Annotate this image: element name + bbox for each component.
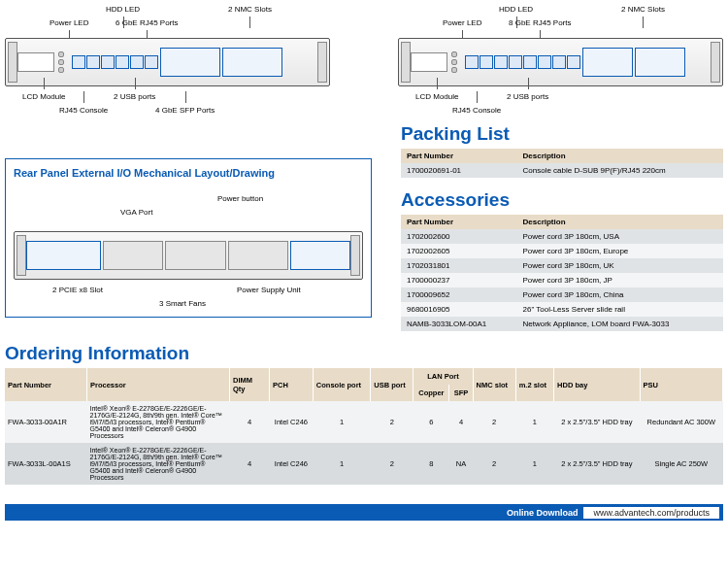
label-usb: 2 USB ports [507, 92, 548, 101]
table-row: FWA-3033L-00A1SIntel® Xeon® E-2278GE/E-2… [5, 443, 723, 485]
label-power-led: Power LED [443, 18, 481, 27]
label-rj45-ports: 8 GbE RJ45 Ports [509, 18, 571, 27]
label-power-led: Power LED [50, 18, 88, 27]
footer-label: Online Download [507, 508, 579, 518]
label-nmc-slots: 2 NMC Slots [228, 5, 272, 14]
front-panel-b: Power LED HDD LED 8 GbE RJ45 Ports 2 NMC… [398, 5, 723, 119]
label-fans: 3 Smart Fans [159, 299, 206, 308]
front-panel-a: Power LED HDD LED 6 GbE RJ45 Ports 2 NMC… [5, 5, 330, 119]
packing-title: Packing List [401, 123, 723, 145]
label-rj45-ports: 6 GbE RJ45 Ports [116, 18, 178, 27]
label-hdd-led: HDD LED [106, 5, 140, 14]
label-lcd: LCD Module [22, 92, 65, 101]
label-sfp: 4 GbE SFP Ports [155, 106, 215, 115]
label-lcd: LCD Module [415, 92, 458, 101]
rear-title: Rear Panel External I/O Mechanical Layou… [14, 167, 363, 179]
label-hdd-led: HDD LED [499, 5, 533, 14]
rear-panel-box: Rear Panel External I/O Mechanical Layou… [5, 158, 372, 318]
footer-bar: Online Download www.advantech.com/produc… [5, 504, 723, 521]
label-nmc-slots: 2 NMC Slots [621, 5, 665, 14]
label-rj45-console: RJ45 Console [59, 106, 108, 115]
label-pcie: 2 PCIE x8 Slot [52, 286, 103, 294]
accessories-table: Part NumberDescription 1702002600Power c… [401, 215, 723, 331]
ordering-title: Ordering Information [5, 343, 723, 364]
label-psu: Power Supply Unit [237, 286, 301, 294]
label-vga: VGA Port [120, 208, 152, 217]
footer-url[interactable]: www.advantech.com/products [583, 507, 719, 519]
label-usb: 2 USB ports [114, 92, 155, 101]
table-row: FWA-3033-00A1RIntel® Xeon® E-2278GE/E-22… [5, 401, 723, 443]
label-power-btn: Power button [217, 194, 263, 203]
ordering-table: Part Number Processor DIMM Qty PCH Conso… [5, 368, 723, 485]
front-diagrams: Power LED HDD LED 6 GbE RJ45 Ports 2 NMC… [5, 5, 723, 119]
packing-table: Part NumberDescription 1700020691-01Cons… [401, 149, 723, 178]
label-rj45-console: RJ45 Console [452, 106, 501, 115]
accessories-title: Accessories [401, 189, 723, 211]
